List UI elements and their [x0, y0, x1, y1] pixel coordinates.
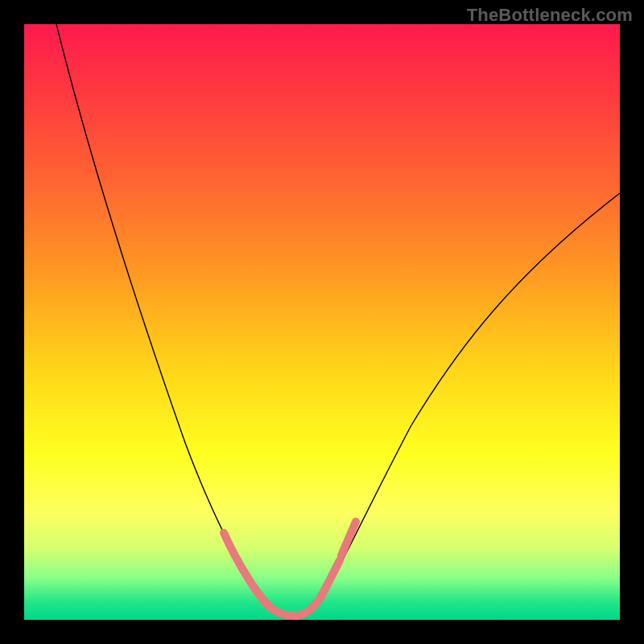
curve-svg	[24, 24, 620, 620]
highlight-bottom	[272, 597, 320, 616]
plot-area	[24, 24, 620, 620]
highlight-left	[224, 533, 272, 609]
chart-frame: TheBottleneck.com	[0, 0, 644, 644]
highlight-right-1	[320, 560, 340, 597]
watermark-text: TheBottleneck.com	[467, 5, 633, 26]
bottleneck-curve	[56, 24, 620, 617]
